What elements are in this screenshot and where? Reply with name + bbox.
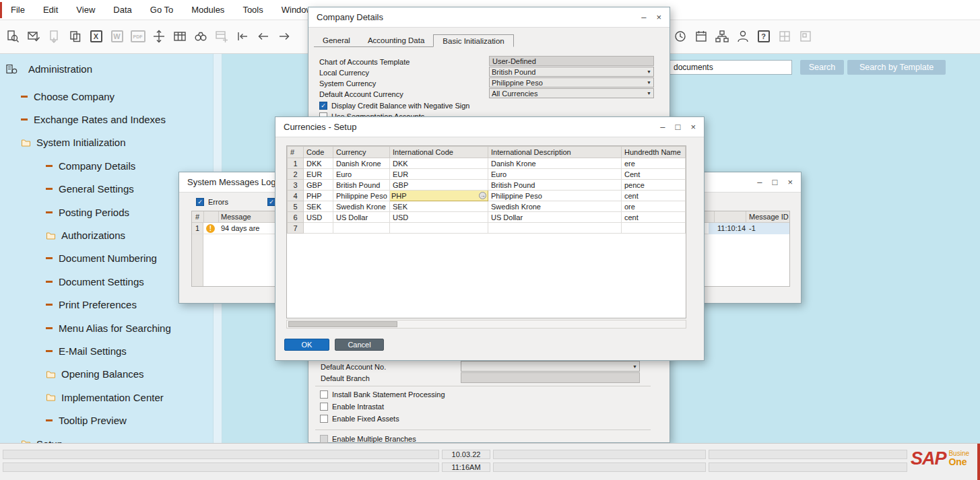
hundredth-cell[interactable]: cent [622,212,686,223]
menu-file[interactable]: File [11,5,25,15]
row-number[interactable]: 2 [288,169,304,180]
hundredth-cell[interactable]: ere [622,158,686,169]
org-chart-icon[interactable] [713,28,730,45]
calendar-icon[interactable] [692,28,709,45]
previous-record-icon[interactable] [255,28,271,45]
history-icon[interactable] [672,28,688,45]
currency-cell[interactable]: British Pound [333,180,390,191]
mail-check-icon[interactable] [25,28,42,45]
tab-general[interactable]: General [314,34,359,47]
local-currency-dropdown[interactable]: British Pound [489,67,654,77]
col-header-hundredth-name[interactable]: Hundredth Name [622,147,686,158]
row-number[interactable]: 5 [288,201,304,212]
intl-desc-cell[interactable]: Euro [488,169,622,180]
selected-cell-php[interactable]: PHP [390,191,488,201]
row-number[interactable]: 7 [288,223,304,234]
word-export-icon[interactable]: W [108,28,125,45]
table-form-icon[interactable] [171,28,188,45]
pdf-export-icon[interactable]: PDF [129,28,146,45]
tab-basic-initialization[interactable]: Basic Initialization [433,34,513,47]
row-number[interactable]: 1 [288,158,304,169]
sidebar-item-menu-alias-for-searching[interactable]: Menu Alias for Searching [0,316,213,339]
export-doc-icon[interactable] [46,28,63,45]
row-number[interactable]: 3 [288,180,304,191]
excel-export-icon[interactable]: X [88,28,104,45]
sidebar-item-system-initialization[interactable]: System Initialization [0,131,213,154]
intl-desc-cell[interactable]: US Dollar [488,212,622,223]
menu-tools[interactable]: Tools [242,5,263,15]
col-header-international-description[interactable]: International Description [488,147,622,158]
first-record-icon[interactable] [234,28,251,45]
credit-balance-checkbox[interactable] [319,102,327,110]
col-header-code[interactable]: Code [304,147,333,158]
sidebar-item-tooltip-preview[interactable]: Tooltip Preview [0,409,213,432]
hundredth-cell[interactable]: cent [622,191,686,201]
grid-icon[interactable] [776,28,793,45]
maximize-icon[interactable]: □ [676,122,681,132]
search-by-template-button[interactable]: Search by Template [847,60,946,75]
currency-cell[interactable]: Euro [333,169,390,180]
intl-code-cell[interactable]: GBP [390,180,488,191]
minimize-icon[interactable]: – [757,177,762,187]
hundredth-cell[interactable] [622,223,686,234]
currency-cell[interactable]: Danish Krone [333,158,390,169]
hundredth-cell[interactable]: ore [622,201,686,212]
fixed-assets-checkbox[interactable] [320,415,328,423]
currency-cell[interactable]: US Dollar [333,212,390,223]
intl-code-cell[interactable]: USD [390,212,488,223]
company-details-titlebar[interactable]: Company Details – × [308,7,669,28]
intl-desc-cell[interactable]: Swedish Krone [488,201,622,212]
cancel-button[interactable]: Cancel [335,339,384,351]
install-bank-checkbox[interactable] [320,390,328,399]
currencies-setup-titlebar[interactable]: Currencies - Setup – □ × [275,117,704,137]
sidebar-item-implementation-center[interactable]: Implementation Center [0,386,213,409]
currency-cell[interactable] [333,223,390,234]
code-cell[interactable]: PHP [304,191,333,201]
menu-goto[interactable]: Go To [150,5,173,15]
intl-desc-cell[interactable]: Philippine Peso [488,191,622,201]
currency-cell[interactable]: Philippine Peso [333,191,390,201]
find-icon[interactable] [192,28,209,45]
intl-desc-cell[interactable] [488,223,622,234]
col-header-currency[interactable]: Currency [333,147,390,158]
code-cell[interactable]: USD [304,212,333,223]
menu-data[interactable]: Data [113,5,131,15]
col-header-num[interactable]: # [195,213,199,221]
currency-cell[interactable]: Swedish Krone [333,201,390,212]
ok-button[interactable]: OK [284,339,329,351]
sidebar-item-choose-company[interactable]: Choose Company [0,85,213,108]
widget-icon[interactable] [797,28,814,45]
user-icon[interactable] [734,28,751,45]
maximize-icon[interactable]: □ [773,177,778,187]
row-number[interactable]: 6 [288,212,304,223]
message-id-cell[interactable]: -1 [749,224,756,232]
next-record-icon[interactable] [275,28,292,45]
col-header-num[interactable]: # [288,147,304,158]
scrollbar-thumb[interactable] [288,321,397,327]
default-account-no-dropdown[interactable] [461,361,640,372]
code-cell[interactable]: GBP [304,180,333,191]
sidebar-item-exchange-rates-and-indexes[interactable]: Exchange Rates and Indexes [0,108,213,131]
menu-view[interactable]: View [76,5,95,15]
system-currency-dropdown[interactable]: Philippine Peso [489,77,654,88]
code-cell[interactable] [304,223,333,234]
move-icon[interactable] [150,28,167,45]
intl-code-cell[interactable]: EUR [390,169,488,180]
menu-edit[interactable]: Edit [43,5,58,15]
sidebar-item-opening-balances[interactable]: Opening Balances [0,363,213,386]
intl-code-cell[interactable]: SEK [390,201,488,212]
code-cell[interactable]: SEK [304,201,333,212]
help-icon[interactable]: ? [755,28,772,45]
sidebar-item-email-settings[interactable]: E-Mail Settings [0,339,213,362]
hundredth-cell[interactable]: pence [622,180,686,191]
hundredth-cell[interactable]: Cent [622,169,686,180]
copy-icon[interactable] [67,28,84,45]
search-input[interactable] [669,60,792,75]
default-account-currency-dropdown[interactable]: All Currencies [489,88,654,98]
col-header-international-code[interactable]: International Code [390,147,488,158]
tab-accounting-data[interactable]: Accounting Data [359,34,433,47]
intl-desc-cell[interactable]: Danish Krone [488,158,622,169]
menu-modules[interactable]: Modules [191,5,224,15]
search-button[interactable]: Search [800,60,844,75]
col-header-message[interactable]: Message [221,213,251,221]
